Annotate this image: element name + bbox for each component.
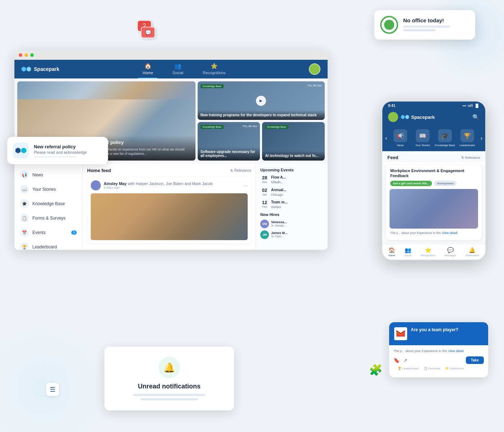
post-avatar (91, 180, 101, 190)
survey-description: The p... about your Experience in this V… (393, 349, 484, 354)
mobile-feed-card: Workplace Environment & Engagement Feedb… (386, 165, 482, 240)
nav-recognitions[interactable]: ⭐ Recognitions (198, 60, 230, 78)
sidebar-item-events[interactable]: 📅 Events 3 (14, 225, 82, 240)
maximize-dot[interactable] (30, 53, 34, 57)
minimize-dot[interactable] (24, 53, 28, 57)
social-icon: 👥 (405, 247, 411, 253)
share-icon[interactable]: ↗ (403, 357, 408, 363)
mobile-nav-knowledge-base[interactable]: 🎓 Knowledge Base (435, 129, 455, 147)
mobile-badge-anon: Anonymous (434, 181, 456, 186)
survey-body: The p... about your Experience in this V… (389, 345, 488, 378)
event-3: 12 Feb Team m... Webex (260, 200, 323, 210)
view-detail-link[interactable]: View detail (442, 231, 457, 235)
sidebar: 📢 News 📖 Your Stories 🎓 Knowledge Base 📋… (14, 163, 83, 250)
mobile-nav-your-stories[interactable]: 📖 Your Stories (412, 129, 433, 147)
post-image (91, 193, 248, 240)
sidebar-item-your-stories[interactable]: 📖 Your Stories (14, 182, 82, 197)
mobile-feed-sort[interactable]: ⇅ Relevance (461, 156, 480, 159)
nav-arrow-left[interactable]: ‹ (384, 129, 388, 147)
survey-title: Are you a team player? (411, 327, 458, 333)
submission-footer: 📁 Submisson (445, 367, 464, 370)
hero-card1-title: New training programs for the developers… (198, 110, 325, 120)
mobile-bottom-messages[interactable]: 💬 Messages (445, 247, 456, 257)
mobile-news-icon-box: 📢 (393, 129, 407, 142)
svg-text:💬: 💬 (145, 30, 152, 36)
unread-notifications-card: 🔔 Unread notifications (104, 347, 234, 410)
hero-card2-title: Software upgrade necessary for all emplo… (198, 147, 260, 161)
mobile-bottom-recognitions[interactable]: ⭐ Recognitions (421, 247, 435, 257)
bell-icon-wrap: 🔔 (158, 357, 180, 378)
mobile-feed-header: Feed ⇅ Relevance (382, 151, 485, 162)
mobile-nav-leaderboard[interactable]: 🏆 Leaderboard (457, 129, 478, 147)
post-options[interactable]: ··· (243, 183, 248, 188)
referral-title: New referral policy (34, 144, 87, 149)
nav-home[interactable]: 🏠 Home (138, 60, 157, 78)
mobile-time: 9:41 (388, 104, 395, 108)
survey-actions: 🔖 ↗ Take (393, 356, 484, 364)
leaderboard-footer: 🏆 Leaderboard (398, 367, 419, 370)
notif-line-2 (140, 398, 198, 400)
notifications-icon: 🔔 (469, 247, 476, 253)
list-icon: ☰ (46, 383, 59, 396)
play-button[interactable]: ▶ (256, 96, 266, 106)
nav-arrow-right[interactable]: › (479, 129, 484, 147)
hero-card1-badge: Knowledge Base (201, 84, 224, 88)
wifi-icon: wifi (468, 104, 473, 108)
right-panel: Upcoming Events 28 Dec Flow A... Miladh.… (256, 163, 328, 250)
mobile-bottom-home[interactable]: 🏠 Home (388, 247, 395, 257)
app-logo: Spacepark (22, 66, 59, 72)
messages-icon: 💬 (447, 247, 454, 253)
status-icon (380, 16, 398, 34)
take-button[interactable]: Take (466, 356, 484, 364)
hero-card-3[interactable]: Knowledge Base AI technology to watch ou… (262, 122, 325, 161)
mobile-card-title: Workplace Environment & Engagement Feedb… (386, 165, 482, 181)
mobile-status-icons: ▪▪▪ wifi ▐▌ (463, 104, 480, 108)
hire-1: VM Venessa... Jr. Design... (260, 220, 323, 228)
browser-titlebar (14, 50, 328, 60)
mobile-stories-icon-box: 📖 (416, 129, 429, 142)
sidebar-item-knowledge-base[interactable]: 🎓 Knowledge Base (14, 197, 82, 211)
mobile-logo: Spacepark (401, 114, 472, 120)
hero-card-1[interactable]: Knowledge Base Thu, 9th Nov ▶ New traini… (198, 81, 325, 120)
bookmark-icon[interactable]: 🔖 (393, 357, 400, 363)
post-header: Ainsley May with Harper Jackson, Joe Bid… (91, 180, 248, 190)
mobile-nav-news[interactable]: 📢 News (390, 129, 411, 147)
forms-icon: 📋 (20, 214, 29, 222)
close-dot[interactable] (19, 53, 22, 57)
referral-icon (13, 143, 29, 158)
sidebar-item-forms[interactable]: 📋 Forms & Surveys (14, 211, 82, 225)
your-stories-icon: 📖 (20, 185, 29, 194)
nav-social[interactable]: 👥 Social (168, 60, 188, 78)
mobile-lb-icon-box: 🏆 (460, 129, 474, 142)
survey-view-detail[interactable]: View detail (448, 349, 464, 353)
feed-sort[interactable]: ⇅ Relevance (230, 168, 251, 172)
mobile-search-icon[interactable]: 🔍 (472, 114, 480, 121)
mobile-user-avatar[interactable] (388, 112, 398, 122)
mobile-bottom-social[interactable]: 👥 Social (405, 247, 411, 257)
sidebar-forms-label: Forms & Surveys (32, 216, 66, 221)
mobile-bottom-nav: 🏠 Home 👥 Social ⭐ Recognitions 💬 Message… (382, 244, 485, 260)
mobile-card-text: The p... about your Experience in this V… (386, 229, 482, 238)
hire-avatar-2: JM (260, 230, 269, 239)
leaderboard-icon: 🏆 (20, 243, 29, 250)
post-user: Ainsley May with Harper Jackson, Joe Bid… (104, 181, 213, 186)
sidebar-item-news[interactable]: 📢 News (14, 168, 82, 182)
sidebar-knowledge-label: Knowledge Base (32, 201, 65, 206)
referral-subtitle: Please read and acknowledge (34, 150, 87, 154)
mobile-feed-content: Workplace Environment & Engagement Feedb… (382, 165, 485, 244)
mobile-badge-gift: Get a gift card worth 500... (390, 181, 432, 186)
gmail-icon (394, 327, 407, 340)
hero-card3-title: AI technology to watch out fo... (262, 151, 325, 161)
mobile-bottom-notifications[interactable]: 🔔 Notifications (465, 247, 479, 257)
user-avatar[interactable] (309, 63, 320, 75)
sidebar-your-stories-label: Your Stories (32, 187, 56, 192)
mobile-card-image (390, 189, 478, 229)
sidebar-item-leaderboard[interactable]: 🏆 Leaderboard (14, 240, 82, 250)
no-office-card: No office today! (374, 10, 475, 40)
main-content: 📢 News 📖 Your Stories 🎓 Knowledge Base 📋… (14, 163, 328, 250)
knowledge-base-icon: 🎓 (20, 199, 29, 208)
hero-card-2[interactable]: Knowledge Base Thu, 9th Nov Software upg… (198, 122, 260, 161)
news-icon: 📢 (20, 171, 29, 179)
sidebar-news-label: News (32, 172, 43, 177)
events-list: 28 Dec Flow A... Miladh... 02 Jan Annual… (260, 175, 323, 210)
